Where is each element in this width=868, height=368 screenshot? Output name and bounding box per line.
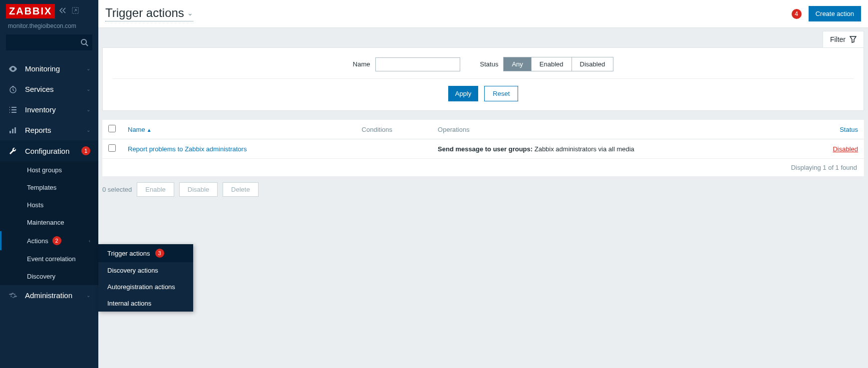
logo[interactable]: ZABBIX: [6, 4, 55, 18]
row-name-link[interactable]: Report problems to Zabbix administrators: [128, 145, 247, 153]
flyout-internal-actions[interactable]: Internal actions: [98, 295, 193, 312]
chart-icon: [8, 127, 18, 134]
reset-button[interactable]: Reset: [484, 86, 518, 101]
select-all-checkbox[interactable]: [108, 125, 116, 132]
chevron-down-icon: ⌄: [187, 9, 193, 17]
actions-flyout: Trigger actions 3 Discovery actions Auto…: [98, 244, 193, 312]
row-conditions: [356, 139, 432, 159]
collapse-icon[interactable]: [59, 7, 68, 15]
op-prefix: Send message to user groups:: [438, 145, 533, 153]
nav-reports-label: Reports: [25, 126, 79, 134]
table-row: Report problems to Zabbix administrators…: [102, 139, 864, 159]
apply-button[interactable]: Apply: [448, 86, 479, 101]
mass-enable-button[interactable]: Enable: [137, 182, 174, 197]
nav-administration[interactable]: Administration ⌄: [0, 285, 98, 306]
sub-actions-label: Actions: [27, 237, 48, 245]
col-name-text: Name: [128, 126, 145, 133]
sub-actions[interactable]: Actions 2 ‹: [0, 231, 98, 250]
nav-administration-label: Administration: [25, 291, 79, 300]
col-operations[interactable]: Operations: [432, 120, 804, 139]
status-radio-group: Any Enabled Disabled: [503, 57, 613, 71]
search-icon: [80, 38, 88, 46]
sub-templates[interactable]: Templates: [0, 179, 98, 196]
filter-name-label: Name: [353, 60, 370, 68]
nav-configuration[interactable]: Configuration 1: [0, 140, 98, 161]
host-label: monitor.thegioibecon.com: [0, 22, 98, 34]
flyout-trigger-label: Trigger actions: [107, 250, 150, 257]
svg-rect-3: [9, 131, 11, 133]
flyout-trigger-actions[interactable]: Trigger actions 3: [98, 244, 193, 262]
chevron-down-icon: ⌄: [86, 107, 90, 112]
list-icon: [8, 106, 18, 113]
nav-inventory-label: Inventory: [25, 105, 79, 114]
header-badge: 4: [792, 9, 802, 19]
flyout-trigger-badge: 3: [155, 249, 164, 258]
actions-badge: 2: [52, 236, 61, 245]
row-operations: Send message to user groups: Zabbix admi…: [432, 139, 804, 159]
mass-disable-button[interactable]: Disable: [179, 182, 218, 197]
nav-services[interactable]: Services ⌄: [0, 79, 98, 99]
svg-point-1: [81, 39, 86, 44]
wrench-icon: [8, 147, 18, 155]
status-disabled[interactable]: Disabled: [572, 57, 613, 71]
table-footer: Displaying 1 of 1 found: [102, 159, 864, 176]
gear-icon: [8, 292, 18, 300]
filter-name-input[interactable]: [375, 57, 460, 71]
filter-toggle-label: Filter: [830, 35, 846, 43]
status-enabled[interactable]: Enabled: [532, 57, 572, 71]
chevron-down-icon: ⌄: [86, 66, 90, 71]
sub-maintenance[interactable]: Maintenance: [0, 214, 98, 231]
col-conditions[interactable]: Conditions: [356, 120, 432, 139]
sub-hosts[interactable]: Hosts: [0, 196, 98, 214]
col-name[interactable]: Name▲: [122, 120, 356, 139]
flyout-discovery-actions[interactable]: Discovery actions: [98, 262, 193, 279]
svg-rect-4: [12, 129, 13, 133]
filter-icon: [850, 36, 857, 43]
nav-configuration-label: Configuration: [25, 147, 74, 155]
sub-discovery[interactable]: Discovery: [0, 268, 98, 285]
row-checkbox[interactable]: [108, 144, 116, 152]
filter-status-label: Status: [480, 60, 499, 68]
chevron-down-icon: ⌄: [86, 293, 90, 298]
selected-count: 0 selected: [102, 186, 132, 193]
nav-monitoring-label: Monitoring: [25, 64, 79, 73]
chevron-down-icon: ⌄: [86, 86, 90, 92]
eye-icon: [8, 66, 18, 72]
mass-delete-button[interactable]: Delete: [223, 182, 259, 197]
expand-icon[interactable]: [72, 7, 79, 15]
page-title-text: Trigger actions: [105, 6, 184, 20]
create-action-button[interactable]: Create action: [809, 6, 861, 21]
sub-event-correlation[interactable]: Event correlation: [0, 250, 98, 268]
chevron-left-icon: ‹: [89, 238, 90, 244]
nav-monitoring[interactable]: Monitoring ⌄: [0, 58, 98, 79]
status-any[interactable]: Any: [504, 57, 531, 71]
svg-rect-5: [14, 127, 16, 133]
clock-icon: [8, 85, 18, 93]
nav-inventory[interactable]: Inventory ⌄: [0, 99, 98, 120]
filter-toggle[interactable]: Filter: [823, 31, 864, 47]
sub-host-groups[interactable]: Host groups: [0, 161, 98, 179]
flyout-autoreg-actions[interactable]: Autoregistration actions: [98, 279, 193, 295]
row-status-link[interactable]: Disabled: [833, 145, 858, 153]
op-rest: Zabbix administrators via all media: [533, 145, 634, 153]
nav-reports[interactable]: Reports ⌄: [0, 120, 98, 140]
sort-asc-icon: ▲: [147, 127, 152, 133]
nav-services-label: Services: [25, 85, 79, 93]
chevron-down-icon: ⌄: [86, 127, 90, 133]
config-badge: 1: [81, 146, 90, 155]
search-input[interactable]: [6, 34, 92, 50]
page-title[interactable]: Trigger actions ⌄: [105, 6, 193, 21]
col-status[interactable]: Status: [804, 120, 864, 139]
